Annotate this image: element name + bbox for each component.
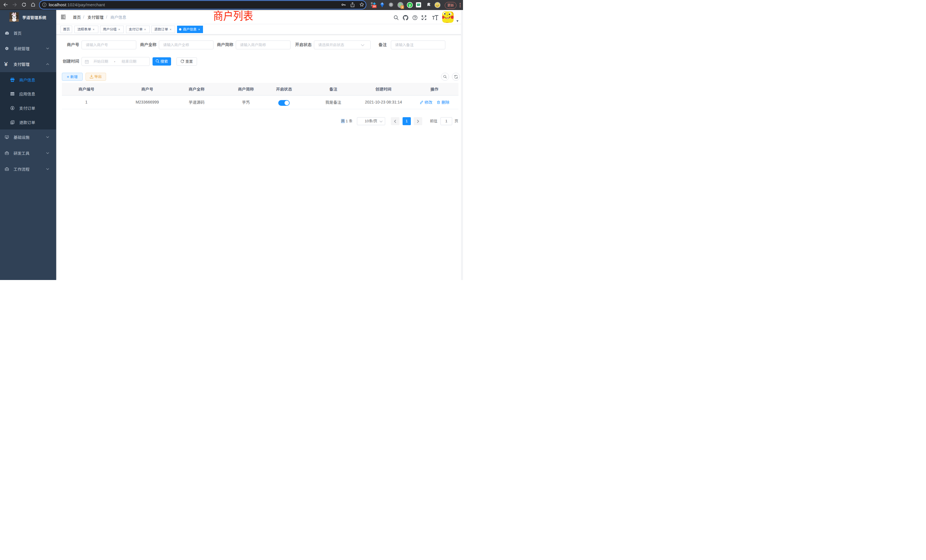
svg-text:y: y: [409, 3, 411, 7]
svg-text:⌘: ⌘: [389, 3, 393, 6]
